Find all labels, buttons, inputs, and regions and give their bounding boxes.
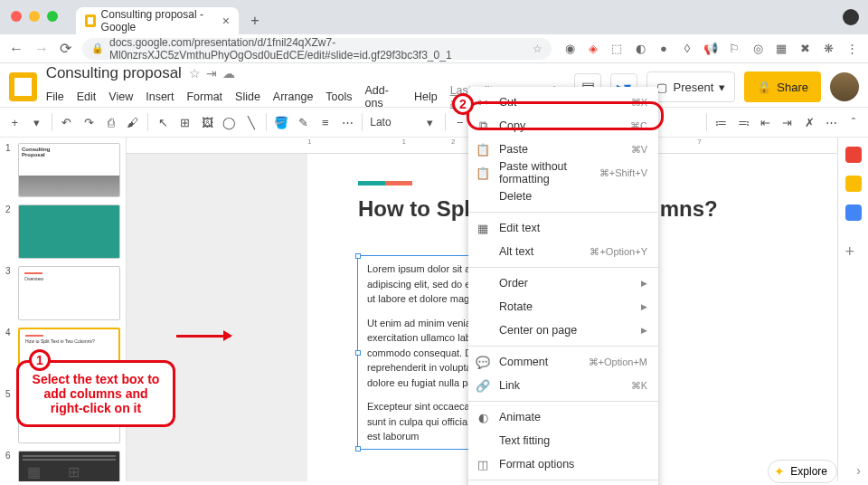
- increase-indent-button[interactable]: ⇥: [780, 116, 795, 129]
- thumbnail[interactable]: 2: [5, 204, 120, 259]
- menu-arrange[interactable]: Arrange: [273, 90, 313, 103]
- share-label: Share: [777, 81, 808, 94]
- shape-tool[interactable]: ◯: [222, 116, 236, 129]
- menu-file[interactable]: File: [46, 90, 64, 103]
- ctx-animate[interactable]: ◐Animate: [468, 405, 658, 429]
- close-tab-icon[interactable]: ×: [222, 14, 230, 28]
- menu-edit[interactable]: Edit: [77, 90, 97, 103]
- ctx-format-options[interactable]: ◫Format options: [468, 452, 658, 476]
- star-icon[interactable]: ☆: [533, 43, 542, 55]
- resize-handle[interactable]: [355, 253, 361, 259]
- slides-logo-icon[interactable]: [9, 72, 37, 101]
- fill-color-button[interactable]: 🪣: [274, 116, 288, 129]
- back-icon[interactable]: ←: [9, 41, 24, 57]
- star-icon[interactable]: ☆: [189, 66, 201, 81]
- paint-format-button[interactable]: 🖌: [126, 116, 140, 129]
- ext-icon[interactable]: ▦: [774, 42, 788, 56]
- ext-icon[interactable]: ◊: [680, 42, 694, 56]
- more-tools-button[interactable]: ⋯: [824, 116, 838, 129]
- chevron-down-icon[interactable]: ▾: [422, 116, 437, 129]
- ext-icon[interactable]: ◉: [562, 42, 577, 56]
- move-icon[interactable]: ⇥: [206, 66, 217, 81]
- document-title[interactable]: Consulting proposal: [46, 64, 182, 82]
- ext-icon[interactable]: ◈: [586, 42, 600, 56]
- maximize-window-icon[interactable]: [47, 11, 58, 22]
- menu-slide[interactable]: Slide: [235, 90, 260, 103]
- ext-icon[interactable]: ❋: [821, 42, 835, 56]
- filmstrip-view-icon[interactable]: ▦: [27, 463, 41, 480]
- thumbnail[interactable]: 3Overview: [5, 266, 120, 320]
- ctx-paste[interactable]: 📋Paste⌘V: [468, 138, 658, 161]
- numbered-list-button[interactable]: ≕: [736, 116, 750, 129]
- close-window-icon[interactable]: [11, 11, 22, 22]
- ctx-edit-text[interactable]: ▦Edit text: [468, 216, 658, 240]
- annotation-step-1: 1: [29, 349, 51, 371]
- ctx-rotate[interactable]: Rotate▶: [468, 295, 658, 319]
- font-family-select[interactable]: Lato: [370, 116, 415, 128]
- browser-menu-icon[interactable]: ⋮: [844, 42, 859, 56]
- present-button[interactable]: ▢ Present ▾: [646, 71, 735, 102]
- undo-button[interactable]: ↶: [60, 116, 74, 129]
- ctx-link[interactable]: 🔗Link⌘K: [468, 374, 658, 397]
- url-field[interactable]: 🔒 docs.google.com/presentation/d/1fnil24…: [82, 38, 552, 60]
- menu-insert[interactable]: Insert: [146, 90, 174, 103]
- border-weight-button[interactable]: ≡: [318, 116, 333, 129]
- cloud-icon[interactable]: ☁: [222, 66, 235, 81]
- browser-tab[interactable]: Consulting proposal - Google ×: [76, 7, 239, 34]
- print-button[interactable]: ⎙: [103, 116, 118, 129]
- thumbnail[interactable]: 1ConsultingProposal: [5, 143, 120, 197]
- resize-handle[interactable]: [355, 446, 361, 452]
- border-color-button[interactable]: ✎: [296, 116, 310, 129]
- ext-icon[interactable]: ⬚: [609, 42, 624, 56]
- ext-icon[interactable]: ◐: [633, 42, 647, 56]
- user-avatar[interactable]: [830, 72, 859, 101]
- menu-help[interactable]: Help: [414, 90, 438, 103]
- line-tool[interactable]: ╲: [244, 116, 259, 129]
- border-dash-button[interactable]: ⋯: [340, 116, 354, 129]
- ext-icon[interactable]: ⚐: [727, 42, 741, 56]
- select-tool[interactable]: ↖: [156, 116, 170, 129]
- menu-tools[interactable]: Tools: [326, 90, 352, 103]
- decrease-indent-button[interactable]: ⇤: [758, 116, 772, 129]
- forward-icon[interactable]: →: [34, 41, 49, 57]
- format-icon: ◫: [476, 458, 490, 471]
- ctx-comment[interactable]: 💬Comment⌘+Option+M: [468, 350, 658, 374]
- menu-format[interactable]: Format: [186, 90, 222, 103]
- ext-icon[interactable]: ●: [656, 42, 671, 56]
- resize-handle[interactable]: [355, 350, 361, 356]
- new-tab-button[interactable]: +: [244, 10, 266, 32]
- grid-view-icon[interactable]: ⊞: [68, 463, 80, 480]
- new-slide-button[interactable]: +: [7, 116, 22, 129]
- ctx-order[interactable]: Order▶: [468, 271, 658, 295]
- keep-icon[interactable]: [845, 176, 862, 192]
- ctx-paste-without-formatting[interactable]: 📋Paste without formatting⌘+Shift+V: [468, 161, 658, 185]
- ctx-delete[interactable]: Delete: [468, 185, 658, 208]
- share-button[interactable]: 🔒 Share: [744, 71, 821, 102]
- textbox-tool[interactable]: ⊞: [177, 116, 192, 129]
- tasks-icon[interactable]: [845, 204, 862, 221]
- minimize-window-icon[interactable]: [29, 11, 40, 22]
- bulleted-list-button[interactable]: ≔: [714, 116, 729, 129]
- expand-sidebar-icon[interactable]: ›: [856, 463, 861, 478]
- chevron-down-icon[interactable]: ▾: [29, 116, 43, 129]
- hide-menus-button[interactable]: ˆ: [846, 116, 861, 129]
- decrease-font-button[interactable]: −: [453, 116, 467, 129]
- browser-profile-avatar[interactable]: [843, 9, 859, 25]
- ext-icon[interactable]: 📢: [703, 42, 718, 56]
- clear-format-button[interactable]: ✗: [802, 116, 816, 129]
- calendar-icon[interactable]: [845, 147, 862, 163]
- reload-icon[interactable]: ⟳: [60, 40, 71, 57]
- menu-view[interactable]: View: [108, 90, 133, 103]
- ext-icon[interactable]: ◎: [750, 42, 765, 56]
- add-addon-icon[interactable]: +: [845, 242, 862, 259]
- accent-bar: [358, 181, 412, 185]
- toolbar: + ▾ ↶ ↷ ⎙ 🖌 ↖ ⊞ 🖼 ◯ ╲ 🪣 ✎ ≡ ⋯ Lato ▾ − 1…: [0, 107, 868, 138]
- ext-icon[interactable]: ✖: [797, 42, 812, 56]
- ctx-center-on-page[interactable]: Center on page▶: [468, 319, 658, 342]
- ctx-alt-text[interactable]: Alt text⌘+Option+Y: [468, 240, 658, 263]
- ctx-text-fitting[interactable]: Text fitting: [468, 429, 658, 452]
- explore-button[interactable]: ✦ Explore: [768, 460, 837, 483]
- menu-addons[interactable]: Add-ons: [365, 84, 401, 109]
- redo-button[interactable]: ↷: [81, 116, 96, 129]
- image-tool[interactable]: 🖼: [200, 116, 214, 129]
